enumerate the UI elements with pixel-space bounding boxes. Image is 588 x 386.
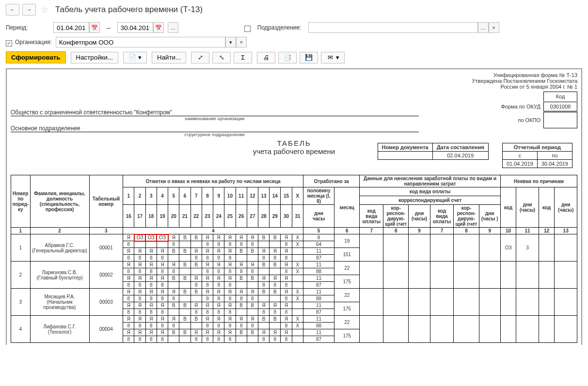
- chevron-down-icon: ▾: [229, 39, 232, 46]
- print-icon: 🖨: [262, 54, 270, 62]
- find-button[interactable]: Найти...: [152, 52, 186, 63]
- subdivision-label: Подразделение:: [257, 24, 302, 31]
- star-icon[interactable]: ☆: [41, 4, 48, 15]
- back-button[interactable]: ←: [6, 4, 19, 15]
- save-icon: 💾: [305, 54, 313, 62]
- code-label: Код: [543, 92, 577, 101]
- subdivision-clear-button[interactable]: ×: [489, 22, 499, 33]
- subdivision-full-sublabel: структурное подразделение: [11, 132, 419, 137]
- okpo-value: [543, 112, 577, 128]
- dash: –: [104, 24, 113, 31]
- expand-icon: ⤢: [196, 54, 204, 62]
- report-area: Унифицированная форма № Т-13 Утверждена …: [6, 68, 582, 345]
- date-to-calendar-button[interactable]: 📅: [153, 22, 164, 33]
- doc-info-table: Номер документаДата составления 02.04.20…: [378, 143, 489, 160]
- folder-icon: 📄: [128, 54, 136, 62]
- okud-label: Форма по ОКУД: [501, 104, 541, 109]
- forward-button[interactable]: →: [22, 4, 36, 15]
- org-full-sublabel: наименование организации: [11, 116, 419, 121]
- page-title: Табель учета рабочего времени (Т-13): [55, 5, 203, 15]
- settings-button[interactable]: Настройки...: [71, 52, 118, 63]
- collapse-button[interactable]: ⤡: [212, 52, 231, 63]
- form-header-line2: Утверждена Постановлением Госкомстата: [11, 78, 577, 84]
- save-variant-button[interactable]: 📄▾: [123, 52, 147, 63]
- subdivision-checkbox[interactable]: [244, 26, 251, 32]
- subdivision-more-button[interactable]: …: [478, 22, 489, 33]
- period-label: Период:: [6, 24, 49, 31]
- collapse-icon: ⤡: [218, 54, 225, 62]
- org-clear-button[interactable]: ×: [236, 37, 247, 47]
- calendar-icon: 📅: [155, 25, 162, 31]
- mail-button[interactable]: ✉▾: [321, 52, 345, 63]
- expand-button[interactable]: ⤢: [191, 52, 209, 63]
- period-more-button[interactable]: …: [168, 22, 178, 33]
- print-button[interactable]: 🖨: [257, 52, 275, 63]
- org-dropdown-button[interactable]: ▾: [225, 37, 236, 47]
- org-full: Общество с ограниченной ответственностью…: [11, 109, 419, 116]
- calendar-icon: 📅: [91, 25, 98, 31]
- okud-value: 0301008: [543, 102, 577, 111]
- mail-icon: ✉: [326, 54, 334, 62]
- org-checkbox[interactable]: [6, 40, 12, 46]
- okpo-label: по ОКПО: [518, 117, 540, 123]
- date-from-calendar-button[interactable]: 📅: [89, 22, 100, 33]
- subdivision-full: Основное подразделение: [11, 125, 419, 132]
- save-as-button[interactable]: 📑: [278, 52, 297, 63]
- form-header-line1: Унифицированная форма № Т-13: [11, 72, 577, 78]
- save-as-icon: 📑: [284, 54, 291, 62]
- sum-button[interactable]: Σ: [234, 52, 252, 63]
- arrow-right-icon: →: [26, 6, 32, 13]
- save-button[interactable]: 💾: [300, 52, 318, 63]
- sigma-icon: Σ: [239, 54, 247, 62]
- org-input[interactable]: [56, 37, 225, 47]
- date-from-input[interactable]: [53, 22, 89, 33]
- timesheet-table: Номер по поряд-ку Фамилия, инициалы, дол…: [11, 175, 577, 343]
- report-period-table: Отчетный период спо 01.04.201930.04.2019: [502, 143, 572, 168]
- date-to-input[interactable]: [117, 22, 153, 33]
- org-label: Организация:: [15, 39, 52, 46]
- subdivision-input[interactable]: [308, 22, 478, 33]
- form-button[interactable]: Сформировать: [6, 51, 66, 63]
- arrow-left-icon: ←: [10, 6, 16, 13]
- form-header-line3: России от 5 января 2004 г. № 1: [11, 84, 577, 90]
